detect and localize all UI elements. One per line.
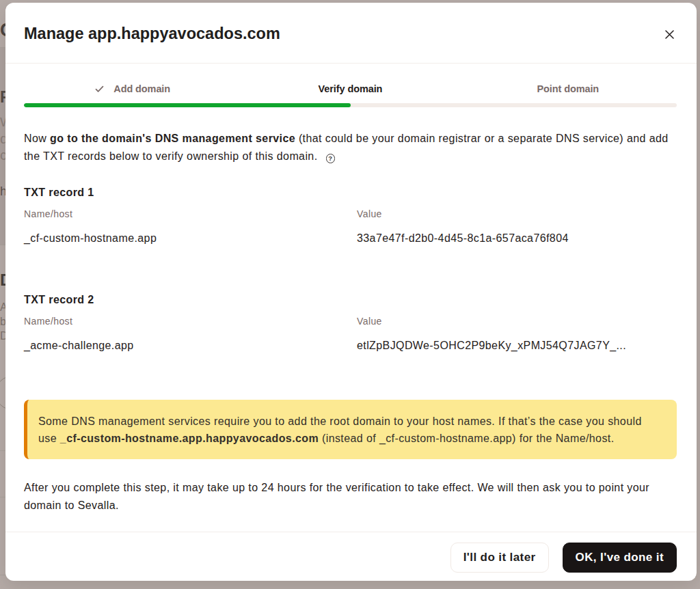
close-button[interactable] [662,27,677,42]
step-point-domain: Point domain [459,83,677,95]
backdrop-divider [0,245,5,245]
txt-record-2: TXT record 2 Name/host Value _acme-chall… [24,294,677,351]
step-verify-domain: Verify domain [241,83,459,95]
backdrop-divider [0,497,5,497]
step-label: Verify domain [319,83,383,95]
ok-done-button[interactable]: OK, I've done it [563,543,677,573]
dialog-footer: I'll do it later OK, I've done it [5,532,697,581]
dialog-header: Manage app.happyavocados.com [5,3,697,64]
check-icon [95,85,108,93]
record-heading: TXT record 1 [24,187,677,198]
dialog-title: Manage app.happyavocados.com [24,24,280,44]
value-label: Value [357,209,677,219]
record-name-value: _acme-challenge.app [24,340,357,351]
txt-record-1: TXT record 1 Name/host Value _cf-custom-… [24,187,677,244]
manage-domain-dialog: Manage app.happyavocados.com Add domain [5,3,697,581]
record-name-value: _cf-custom-hostname.app [24,232,357,244]
sevalla-link[interactable]: Sevalla [78,499,116,511]
do-it-later-button[interactable]: I'll do it later [450,543,549,573]
close-icon [665,30,674,39]
progress-bar-track [24,103,677,107]
step-label: Add domain [113,83,170,95]
dns-warning-callout: Some DNS management services require you… [24,400,677,460]
backdrop-divider [0,575,5,575]
record-value-value: etlZpBJQDWe-5OHC2P9beKy_xPMJ54Q7JAG7Y_..… [357,340,677,351]
step-label: Point domain [537,83,600,95]
name-host-label: Name/host [24,209,357,219]
backdrop-divider [0,47,5,48]
outro-paragraph: After you complete this step, it may tak… [24,479,677,515]
record-value-value: 33a7e47f-d2b0-4d45-8c1a-657aca76f804 [357,232,677,244]
name-host-label: Name/host [24,316,357,326]
step-add-domain: Add domain [24,83,241,95]
stepper: Add domain Verify domain Point domain [24,83,677,107]
intro-paragraph: Now go to the domain's DNS management se… [24,130,677,165]
value-label: Value [357,316,677,326]
help-icon[interactable]: ? [326,154,336,163]
record-heading: TXT record 2 [24,294,677,305]
backdrop-band [0,48,5,245]
backdrop-divider [0,450,5,451]
progress-bar-fill [24,103,351,107]
dialog-body: Add domain Verify domain Point domain No… [5,64,697,532]
